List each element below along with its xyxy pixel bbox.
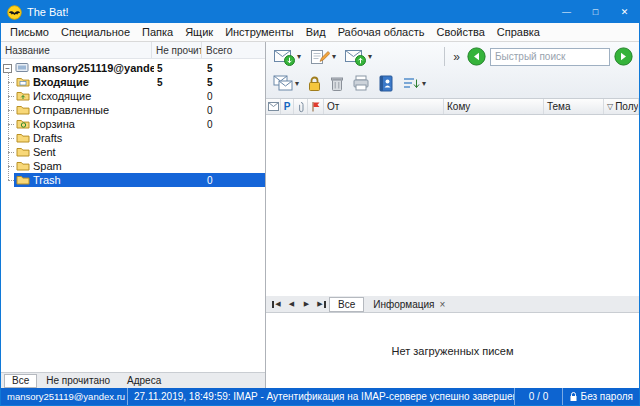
message-list[interactable]	[266, 115, 639, 296]
dropdown-arrow-icon[interactable]: ▾	[297, 52, 301, 61]
drafts-folder-icon	[16, 132, 30, 145]
folder-tree: − mansory251119@yandex.ru 5 5 Входящие	[1, 59, 265, 372]
folder-row-recycle-bin[interactable]: Корзина 0	[1, 117, 265, 131]
address-book-button[interactable]	[375, 73, 397, 94]
folder-row-spam[interactable]: Spam	[1, 159, 265, 173]
envelope-icon	[268, 102, 279, 111]
subject-column-header[interactable]: Тема	[544, 99, 604, 114]
search-back-button[interactable]	[467, 47, 486, 66]
flag-column-header[interactable]	[308, 99, 324, 114]
quick-search-input[interactable]	[490, 48, 610, 66]
dropdown-arrow-icon[interactable]: ▾	[368, 52, 372, 61]
menu-item-mailbox[interactable]: Ящик	[179, 24, 219, 40]
tab-close-icon[interactable]: ×	[439, 299, 445, 310]
received-column-label: Получ...	[615, 101, 639, 112]
dropdown-arrow-icon[interactable]: ▾	[295, 79, 299, 88]
toolbar-separator	[444, 47, 445, 66]
folder-unread-count: 5	[154, 77, 204, 88]
folder-total-count: 0	[204, 175, 265, 186]
menu-item-properties[interactable]: Свойства	[430, 24, 490, 40]
attachment-column-header[interactable]	[294, 99, 308, 114]
account-total-count: 5	[204, 63, 265, 74]
menu-item-help[interactable]: Справка	[491, 24, 546, 40]
priority-column-header[interactable]: P	[281, 99, 294, 114]
dropdown-arrow-icon[interactable]: ▾	[332, 52, 336, 61]
sort-mode-button[interactable]: ▾	[399, 74, 429, 93]
folder-total-count: 0	[204, 119, 265, 130]
preview-pane: Нет загруженных писем	[266, 313, 639, 388]
folder-panel: Название Не прочита... Всего − mansory25…	[1, 42, 266, 388]
nav-prev-icon: ◀	[289, 300, 294, 308]
tab-scroll-next-button[interactable]: ▶	[299, 298, 314, 311]
folder-row-trash[interactable]: Trash 0	[1, 173, 265, 187]
folder-row-sent[interactable]: Отправленные 0	[1, 103, 265, 117]
nav-next-icon: ▶	[317, 300, 322, 308]
tab-scroll-first-button[interactable]: ◀	[269, 298, 284, 311]
maximize-button[interactable]: □	[581, 1, 610, 23]
account-row[interactable]: − mansory251119@yandex.ru 5 5	[1, 61, 265, 75]
create-message-icon	[309, 48, 330, 66]
dropdown-arrow-icon[interactable]: ▾	[422, 79, 426, 88]
titlebar[interactable]: The Bat! — □ ✕	[1, 1, 639, 23]
folder-panel-tabs: Все Не прочитано Адреса	[1, 372, 265, 388]
lock-icon	[307, 75, 322, 92]
mail-folders-button[interactable]: ▾	[270, 73, 302, 93]
folder-row-drafts[interactable]: Drafts	[1, 131, 265, 145]
minimize-button[interactable]: —	[552, 1, 581, 23]
send-mail-button[interactable]: ▾	[341, 46, 375, 68]
folder-row-inbox[interactable]: Входящие 5 5	[1, 75, 265, 89]
menu-item-special[interactable]: Специальное	[55, 24, 136, 40]
search-go-button[interactable]	[614, 47, 633, 66]
close-button[interactable]: ✕	[610, 1, 639, 23]
delete-button[interactable]	[327, 73, 347, 94]
flag-icon	[311, 101, 321, 112]
menu-item-workspace[interactable]: Рабочая область	[332, 24, 431, 40]
folder-name: Trash	[33, 174, 61, 186]
create-message-button[interactable]: ▾	[306, 46, 339, 68]
folder-name: Входящие	[33, 76, 89, 88]
paperclip-icon	[297, 101, 305, 113]
list-tab-label: Информация	[373, 299, 434, 310]
toolbar: ▾ ▾ ▾ »	[266, 42, 639, 99]
menu-item-folder[interactable]: Папка	[136, 24, 179, 40]
column-total-header[interactable]: Всего	[201, 42, 265, 58]
read-status-column-header[interactable]	[266, 99, 281, 114]
account-lock-button[interactable]	[304, 73, 325, 94]
to-column-header[interactable]: Кому	[444, 99, 544, 114]
sort-icon	[402, 76, 420, 91]
tab-scroll-prev-button[interactable]: ◀	[284, 298, 299, 311]
no-messages-text: Нет загруженных писем	[392, 345, 514, 357]
tab-scroll-last-button[interactable]: ▶	[314, 298, 329, 311]
received-column-header[interactable]: ▽ Получ...	[604, 99, 639, 114]
print-button[interactable]	[349, 73, 373, 93]
get-mail-button[interactable]: ▾	[270, 46, 304, 68]
menu-item-letter[interactable]: Письмо	[4, 24, 55, 40]
tab-all[interactable]: Все	[4, 374, 37, 388]
column-name-header[interactable]: Название	[1, 42, 151, 58]
menu-item-view[interactable]: Вид	[300, 24, 332, 40]
menu-item-tools[interactable]: Инструменты	[219, 24, 300, 40]
folder-total-count: 5	[204, 77, 265, 88]
from-column-header[interactable]: От	[324, 99, 444, 114]
folder-name: Исходящие	[33, 90, 91, 102]
folder-row-outbox[interactable]: Исходящие 0	[1, 89, 265, 103]
first-bar-icon	[272, 301, 274, 308]
last-bar-icon	[324, 301, 326, 308]
column-unread-header[interactable]: Не прочита...	[151, 42, 201, 58]
sort-descending-icon: ▽	[607, 102, 613, 111]
folder-name: Отправленные	[33, 104, 109, 116]
account-unread-count: 5	[154, 63, 204, 74]
mailbox-icon	[15, 62, 29, 75]
dual-envelope-icon	[273, 75, 293, 91]
toolbar-row-2: ▾ ▾	[270, 70, 635, 96]
account-name: mansory251119@yandex.ru	[32, 62, 154, 74]
toolbar-overflow-chevron[interactable]: »	[453, 50, 460, 64]
tab-unread[interactable]: Не прочитано	[38, 374, 118, 388]
folder-row-sent-imap[interactable]: Sent	[1, 145, 265, 159]
tab-addresses[interactable]: Адреса	[119, 374, 169, 388]
list-tab-information[interactable]: Информация ×	[364, 297, 454, 312]
folder-total-count: 0	[204, 91, 265, 102]
list-tab-all[interactable]: Все	[329, 297, 364, 312]
message-list-header: P От Кому Тема ▽ Получ...	[266, 99, 639, 115]
sent-folder-icon	[16, 104, 30, 117]
